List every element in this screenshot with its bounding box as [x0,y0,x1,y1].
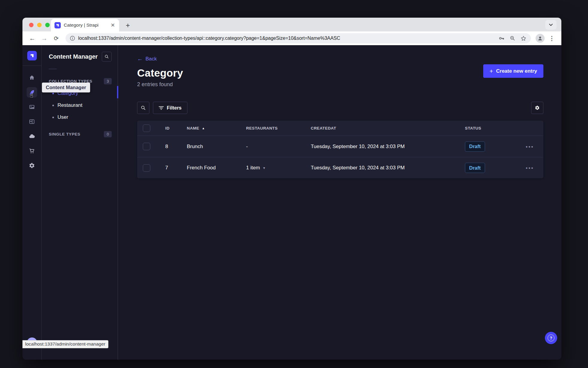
reload-icon[interactable]: ⟳ [52,35,61,42]
header-status[interactable]: STATUS [460,126,511,130]
header-createdat[interactable]: CREATEDAT [306,126,460,130]
create-new-entry-button[interactable]: + Create new entry [483,64,543,78]
row-checkbox[interactable] [143,164,150,172]
bullet-icon [52,117,54,118]
browser-menu-icon[interactable]: ⋮ [548,35,556,42]
entries-table: ID NAME ▲ RESTAURANTS CREATEDAT STATUS 8… [137,121,543,178]
search-icon [141,105,146,110]
tab-search-button[interactable] [545,20,557,30]
cell-name: Brunch [182,144,241,150]
sidebar-item-restaurant[interactable]: Restaurant [49,99,112,111]
url-text[interactable]: localhost:1337/admin/content-manager/col… [78,36,495,41]
tab-title: Category | Strapi [64,22,107,28]
cell-createdat: Tuesday, September 10, 2024 at 3:03 PM [306,144,460,150]
back-nav-icon[interactable]: ← [28,35,37,42]
page-title: Category [137,67,543,79]
rail-item-content-manager[interactable]: ☝ [27,87,37,98]
strapi-logo[interactable] [27,51,37,60]
cell-restaurants-dropdown[interactable]: 1 item ▼ [241,165,306,171]
strapi-favicon-icon [54,22,61,28]
rail-item-media-library[interactable] [27,102,37,112]
tab-close-icon[interactable]: ✕ [110,22,116,28]
filter-icon [159,106,164,110]
collection-types-count-badge: 3 [104,78,112,84]
row-checkbox[interactable] [143,143,150,150]
cloud-icon [28,133,35,140]
content-manager-sidebar: Content Manager COLLECTION TYPES 3 Categ… [42,45,118,360]
table-search-button[interactable] [137,102,149,114]
cell-id: 7 [160,165,182,171]
row-actions-button[interactable]: ●●● [526,166,534,170]
zoom-magnifier-icon[interactable] [510,35,516,41]
rail-item-settings[interactable] [27,160,37,171]
page-info-icon[interactable] [70,36,75,41]
traffic-lights [29,23,50,27]
rail-item-cloud[interactable] [27,131,37,142]
filters-button[interactable]: Filters [153,102,187,114]
cell-restaurants: - [241,144,306,150]
entries-count: 2 entries found [137,81,543,88]
table-header-row: ID NAME ▲ RESTAURANTS CREATEDAT STATUS [137,121,543,136]
sidebar-item-label: Restaurant [57,102,82,108]
minimize-window-button[interactable] [37,23,42,27]
header-restaurants[interactable]: RESTAURANTS [241,126,306,130]
header-id[interactable]: ID [160,126,182,130]
cell-name: French Food [182,165,241,171]
bullet-icon [52,105,54,106]
browser-status-bar: localhost:1337/admin/content-manager [22,340,108,348]
cell-id: 8 [160,144,182,150]
single-types-count-badge: 0 [104,131,112,137]
sidebar-title: Content Manager [49,53,98,60]
rail-item-content-type-builder[interactable] [27,116,37,127]
layout-builder-icon [29,118,35,125]
browser-window: Category | Strapi ✕ + ← → ⟳ localhost:13… [22,18,561,360]
table-row[interactable]: 7 French Food 1 item ▼ Tuesday, Septembe… [137,157,543,178]
filter-toolbar: Filters [137,102,543,114]
cell-restaurants-label: 1 item [246,165,260,171]
sidebar-item-user[interactable]: User [49,111,112,123]
strapi-app: ☝ KD [22,45,561,360]
back-label: Back [146,56,157,62]
sidebar-divider [49,69,57,69]
table-settings-button[interactable] [531,102,543,114]
rail-divider [22,66,42,66]
bookmark-star-icon[interactable] [520,35,527,42]
select-all-checkbox[interactable] [143,124,150,132]
browser-tab[interactable]: Category | Strapi ✕ [51,19,119,31]
question-mark-icon: ? [548,334,554,341]
status-badge: Draft [465,142,485,152]
mouse-cursor: ☝ [30,92,33,99]
new-tab-button[interactable]: + [123,22,132,29]
address-bar[interactable]: localhost:1337/admin/content-manager/col… [66,33,531,43]
single-types-label: SINGLE TYPES [49,132,80,136]
password-key-icon[interactable] [498,35,505,42]
shopping-cart-icon [29,148,35,154]
media-library-icon [29,104,35,110]
sidebar-search-button[interactable] [102,52,112,62]
back-link[interactable]: ← Back [137,56,543,62]
content-manager-tooltip: Content Manager [42,83,90,92]
nav-rail: ☝ KD [22,45,42,360]
zoom-window-button[interactable] [45,23,50,27]
close-window-button[interactable] [29,23,34,27]
help-button[interactable]: ? [545,332,557,344]
table-row[interactable]: 8 Brunch - Tuesday, September 10, 2024 a… [137,136,543,157]
row-actions-button[interactable]: ●●● [526,145,534,148]
forward-nav-icon[interactable]: → [40,35,49,42]
rail-item-home[interactable] [27,72,37,83]
home-icon [29,74,35,81]
sort-asc-icon: ▲ [202,127,205,130]
tab-strip: Category | Strapi ✕ + [22,18,561,31]
browser-profile-avatar[interactable] [536,34,545,43]
filters-label: Filters [167,105,182,111]
create-button-label: Create new entry [496,68,537,74]
gear-icon [535,105,540,110]
header-name-label: NAME [187,126,199,130]
browser-toolbar: ← → ⟳ localhost:1337/admin/content-manag… [22,31,561,45]
gear-icon [29,162,35,169]
cell-createdat: Tuesday, September 10, 2024 at 3:03 PM [306,165,460,171]
main-content: ← Back Category 2 entries found + Create… [118,45,561,360]
rail-item-marketplace[interactable] [27,146,37,156]
header-name[interactable]: NAME ▲ [182,126,241,130]
bullet-icon [52,93,54,94]
